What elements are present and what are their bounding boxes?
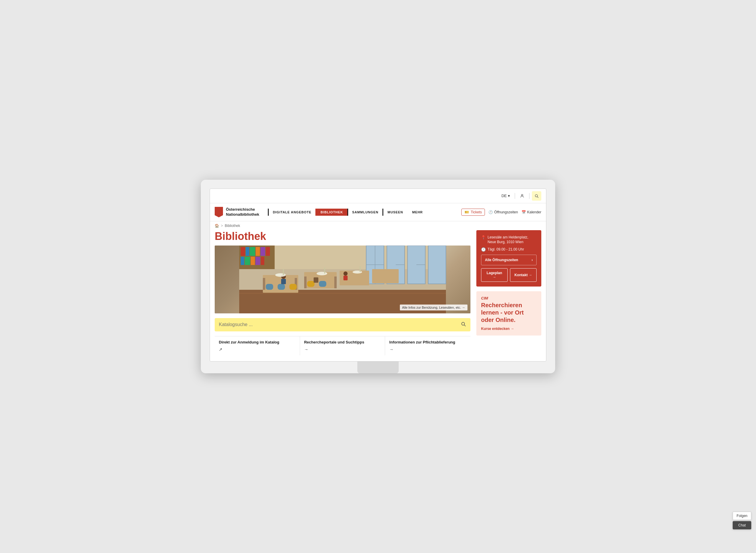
location-row: 📍 Lesesäle am Heldenplatz, Neue Burg, 10… xyxy=(481,235,537,245)
language-label: DE xyxy=(501,193,507,198)
nav-bibliothek[interactable]: BIBLIOTHEK xyxy=(316,209,347,216)
main-content: Bibliothek xyxy=(210,230,546,362)
topbar-divider2 xyxy=(529,193,530,199)
svg-rect-44 xyxy=(343,275,348,280)
monitor-frame: DE ▾ Österreichische Nat xyxy=(201,180,555,374)
svg-line-2 xyxy=(538,196,538,198)
quick-link-recherche-arrow: → xyxy=(304,347,381,352)
kontakt-button[interactable]: Kontakt → xyxy=(510,268,537,282)
svg-point-45 xyxy=(275,273,286,277)
breadcrumb: 🏠 > Bibliothek xyxy=(210,221,546,230)
search-icon-topbar[interactable] xyxy=(532,191,541,201)
svg-rect-11 xyxy=(266,247,270,256)
info-card: 📍 Lesesäle am Heldenplatz, Neue Burg, 10… xyxy=(476,230,541,287)
language-selector[interactable]: DE ▾ xyxy=(499,192,512,199)
quick-links: Direkt zur Anmeldung im Katalog ↗ Recher… xyxy=(215,336,470,356)
promo-link[interactable]: Kurse entdecken → xyxy=(481,327,537,331)
location-text: Lesesäle am Heldenplatz, Neue Burg, 1010… xyxy=(488,235,537,245)
nav-sammlungen[interactable]: SAMMLUNGEN xyxy=(347,209,383,216)
floating-buttons: Folgen Chat xyxy=(733,512,751,529)
clock-icon: 🕐 xyxy=(488,210,493,214)
quick-link-recherche[interactable]: Rechercheportale und Suchtipps → xyxy=(300,336,386,356)
quick-link-anmeldung[interactable]: Direkt zur Anmeldung im Katalog ↗ xyxy=(215,336,300,356)
language-chevron: ▾ xyxy=(508,193,510,198)
svg-rect-9 xyxy=(256,247,260,256)
promo-label: CIM xyxy=(481,296,537,300)
svg-rect-36 xyxy=(289,284,297,290)
svg-rect-30 xyxy=(263,278,265,290)
svg-rect-7 xyxy=(246,247,249,256)
svg-rect-48 xyxy=(324,268,325,273)
time-row: 🕐 Tägl. 09.00 - 21.00 Uhr xyxy=(481,247,537,252)
folgen-button[interactable]: Folgen xyxy=(733,512,751,520)
svg-rect-34 xyxy=(266,284,273,290)
svg-point-49 xyxy=(353,270,362,273)
svg-rect-20 xyxy=(428,245,446,284)
quick-link-anmeldung-arrow: ↗ xyxy=(219,347,296,352)
svg-point-47 xyxy=(317,272,327,275)
svg-point-0 xyxy=(521,194,523,195)
svg-rect-29 xyxy=(372,269,399,283)
nav-right: 🎫 Tickets 🕐 Öffnungszeiten 📅 Kalender xyxy=(461,209,541,216)
tickets-icon: 🎫 xyxy=(465,210,469,214)
nav-museen[interactable]: MUSEEN xyxy=(383,209,407,216)
nav-mehr[interactable]: MEHR xyxy=(407,209,427,216)
quick-link-pflicht-arrow: → xyxy=(389,347,466,352)
main-nav: DIGITALE ANGEBOTE BIBLIOTHEK SAMMLUNGEN … xyxy=(268,209,455,216)
svg-rect-14 xyxy=(251,257,255,265)
hero-image: Alle Infos zur Benützung, Lesesälen, etc… xyxy=(215,245,470,313)
logo-area[interactable]: Österreichische Nationalbibliothek xyxy=(215,207,262,218)
svg-rect-16 xyxy=(261,257,264,265)
svg-rect-37 xyxy=(307,281,315,287)
svg-rect-15 xyxy=(256,257,260,265)
svg-rect-13 xyxy=(245,257,250,265)
kalender-button[interactable]: 📅 Kalender xyxy=(522,210,541,214)
promo-card: CIM Recherchieren lernen - vor Ort oder … xyxy=(476,291,541,335)
quick-link-recherche-title: Rechercheportale und Suchtipps xyxy=(304,340,381,345)
location-icon: 📍 xyxy=(481,235,486,240)
search-bar xyxy=(215,318,470,331)
promo-title: Recherchieren lernen - vor Ort oder Onli… xyxy=(481,302,537,324)
breadcrumb-current: Bibliothek xyxy=(225,224,240,228)
quick-link-pflicht[interactable]: Informationen zur Pflichtablieferung → xyxy=(385,336,470,356)
content-left: Bibliothek xyxy=(215,230,470,356)
logo-text: Österreichische Nationalbibliothek xyxy=(226,207,259,217)
svg-rect-6 xyxy=(241,247,245,256)
svg-rect-12 xyxy=(241,257,244,265)
content-right: 📍 Lesesäle am Heldenplatz, Neue Burg, 10… xyxy=(476,230,541,356)
svg-line-53 xyxy=(464,325,465,326)
breadcrumb-home[interactable]: 🏠 xyxy=(215,224,219,228)
tickets-button[interactable]: 🎫 Tickets xyxy=(461,209,485,216)
nav-digitale-angebote[interactable]: DIGITALE ANGEBOTE xyxy=(268,209,316,216)
svg-rect-32 xyxy=(304,276,306,288)
hero-section: Bibliothek xyxy=(215,230,470,313)
svg-rect-40 xyxy=(281,279,286,284)
all-times-label: Alle Öffnungszeiten xyxy=(485,258,518,262)
oeffnungszeiten-button[interactable]: 🕐 Öffnungszeiten xyxy=(488,210,518,214)
search-button[interactable] xyxy=(460,321,466,328)
lageplan-button[interactable]: Lageplan → xyxy=(481,268,508,282)
all-times-link[interactable]: Alle Öffnungszeiten › xyxy=(481,255,537,265)
monitor-screen: DE ▾ Österreichische Nat xyxy=(210,188,546,362)
catalog-search-input[interactable] xyxy=(219,322,460,327)
breadcrumb-separator: > xyxy=(221,224,223,228)
header: Österreichische Nationalbibliothek DIGIT… xyxy=(210,203,546,221)
quick-link-pflicht-title: Informationen zur Pflichtablieferung xyxy=(389,340,466,345)
svg-point-43 xyxy=(343,271,348,275)
svg-rect-38 xyxy=(319,281,326,287)
svg-rect-51 xyxy=(239,293,446,294)
page-title: Bibliothek xyxy=(215,230,470,243)
svg-rect-8 xyxy=(250,247,255,256)
svg-rect-35 xyxy=(278,284,285,290)
hero-overlay-link[interactable]: Alle Infos zur Benützung, Lesesälen, etc… xyxy=(400,305,468,310)
calendar-icon: 📅 xyxy=(522,210,526,214)
user-icon[interactable] xyxy=(518,191,527,201)
svg-point-52 xyxy=(462,322,465,325)
time-icon: 🕐 xyxy=(481,247,486,252)
all-times-arrow: › xyxy=(532,258,533,262)
chat-button[interactable]: Chat xyxy=(733,521,751,529)
svg-point-1 xyxy=(535,194,538,197)
info-buttons: Lageplan → Kontakt → xyxy=(481,268,537,282)
svg-rect-46 xyxy=(283,269,284,275)
topbar-divider xyxy=(515,193,515,199)
